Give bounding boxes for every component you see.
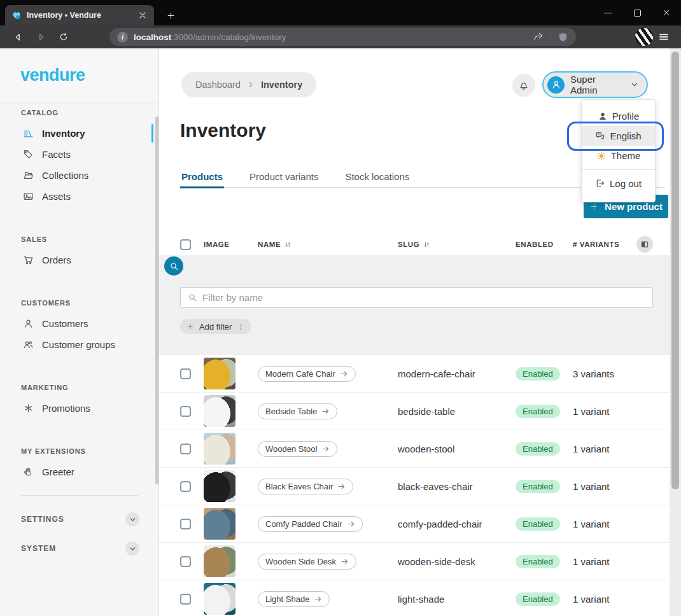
tab[interactable]: Product variants (248, 166, 319, 187)
browser-toolbar: i localhost:3000/admin/catalog/inventory (0, 25, 681, 48)
sidebar-group-label: SYSTEM (21, 544, 56, 553)
product-name-link[interactable]: Black Eaves Chair (258, 479, 353, 494)
expand-button[interactable] (125, 512, 139, 526)
row-checkbox[interactable] (180, 481, 191, 492)
expand-button[interactable] (125, 542, 139, 556)
sort-icon[interactable] (284, 241, 292, 249)
filter-by-name-input[interactable] (202, 292, 645, 303)
table-row[interactable]: Light Shade light-shade Enabled 1 varian… (159, 580, 670, 616)
product-slug: light-shade (398, 594, 516, 605)
user-menu-item[interactable]: Theme (582, 146, 655, 165)
row-checkbox[interactable] (180, 368, 191, 379)
vendure-logo[interactable]: vendure (0, 48, 158, 102)
reload-button[interactable] (52, 28, 75, 46)
close-button[interactable] (652, 0, 681, 25)
share-icon[interactable] (533, 31, 544, 43)
sidebar-item[interactable]: Collections (0, 165, 158, 186)
column-header-label: # VARIANTS (573, 241, 619, 248)
sidebar-scrollbar-thumb[interactable] (155, 116, 158, 484)
browser-tab[interactable]: Inventory • Vendure (5, 5, 154, 25)
sidebar-item-icon (23, 403, 34, 414)
user-menu-item[interactable]: English (582, 126, 655, 146)
table-row[interactable]: Wooden Stool wooden-stool Enabled 1 vari… (159, 430, 670, 468)
sort-icon[interactable] (423, 241, 431, 249)
more-options-icon[interactable] (237, 323, 245, 331)
forward-icon (36, 32, 46, 43)
row-checkbox[interactable] (180, 406, 191, 417)
notifications-button[interactable] (512, 74, 535, 97)
select-all-checkbox[interactable] (180, 239, 191, 250)
row-checkbox[interactable] (180, 594, 191, 605)
status-badge: Enabled (516, 480, 560, 493)
plus-icon (589, 202, 599, 211)
column-settings-button[interactable] (636, 236, 653, 253)
tab[interactable]: Stock locations (344, 166, 411, 187)
tab-label: Product variants (249, 171, 318, 182)
column-header[interactable]: ENABLED (516, 241, 573, 248)
column-header[interactable]: NAME (258, 241, 398, 249)
sidebar-item-label: Customer groups (42, 339, 115, 350)
product-slug: comfy-padded-chair (398, 519, 516, 529)
page-scrollbar-thumb[interactable] (671, 52, 679, 489)
sidebar-item-label: Assets (42, 191, 71, 202)
arrow-right-icon (340, 557, 349, 566)
product-name-link[interactable]: Light Shade (258, 591, 330, 607)
site-info-icon[interactable]: i (117, 32, 128, 43)
table-row[interactable]: Wooden Side Desk wooden-side-desk Enable… (159, 543, 670, 580)
user-menu-button[interactable]: Super Admin (542, 71, 648, 98)
column-header[interactable]: SLUG (398, 241, 516, 249)
row-checkbox[interactable] (180, 519, 191, 529)
sidebar-item[interactable]: Greeter (0, 461, 158, 482)
column-header[interactable]: IMAGE (204, 241, 258, 248)
forward-button[interactable] (29, 28, 52, 46)
sidebar-item[interactable]: Customer groups (0, 334, 158, 355)
sidebar-collapsible-group[interactable]: SETTINGS (0, 505, 158, 534)
breadcrumb-current[interactable]: Inventory (261, 80, 302, 90)
product-slug: modern-cafe-chair (398, 368, 516, 379)
browser-menu-button[interactable] (653, 28, 675, 46)
minimize-icon (604, 13, 612, 13)
status-badge: Enabled (516, 405, 560, 418)
new-tab-button[interactable] (162, 6, 179, 24)
search-toggle-button[interactable] (164, 256, 183, 276)
sidebar-item[interactable]: Inventory (0, 123, 158, 144)
user-menu-item[interactable]: Profile (582, 106, 655, 126)
sidebar-item[interactable]: Promotions (0, 398, 158, 419)
product-name-link[interactable]: Wooden Side Desk (258, 554, 356, 570)
product-name-link[interactable]: Comfy Padded Chair (258, 516, 363, 532)
sidebar-item[interactable]: Customers (0, 313, 158, 334)
product-name: Bedside Table (265, 407, 317, 416)
tab-close-icon[interactable] (137, 10, 148, 20)
product-table-body: Modern Cafe Chair modern-cafe-chair Enab… (159, 355, 670, 616)
table-row[interactable]: Bedside Table bedside-table Enabled 1 va… (159, 393, 670, 430)
sidebar-item[interactable]: Assets (0, 186, 158, 207)
table-row[interactable]: Modern Cafe Chair modern-cafe-chair Enab… (159, 355, 670, 393)
sidebar-item-icon (23, 255, 34, 265)
url-bar[interactable]: i localhost:3000/admin/catalog/inventory (109, 28, 576, 46)
table-row[interactable]: Comfy Padded Chair comfy-padded-chair En… (159, 505, 670, 543)
brave-shield-icon[interactable] (558, 32, 568, 43)
row-checkbox[interactable] (180, 444, 191, 454)
product-name-link[interactable]: Wooden Stool (258, 441, 337, 457)
sidebar-item-label: Greeter (42, 466, 74, 477)
sidebar-item[interactable]: Facets (0, 144, 158, 165)
url-host: localhost (134, 32, 171, 42)
add-filter-button[interactable]: Add filter (180, 319, 251, 334)
user-menu-item[interactable]: Log out (582, 169, 655, 193)
browser-profile-avatar[interactable] (635, 28, 653, 46)
table-row[interactable]: Black Eaves Chair black-eaves-chair Enab… (159, 468, 670, 505)
product-name-link[interactable]: Bedside Table (258, 403, 337, 419)
product-name-link[interactable]: Modern Cafe Chair (258, 366, 356, 382)
breadcrumb-dashboard-link[interactable]: Dashboard (195, 80, 241, 90)
plus-icon (186, 323, 194, 330)
row-checkbox[interactable] (180, 556, 191, 567)
sidebar-item[interactable]: Orders (0, 249, 158, 270)
tab[interactable]: Products (180, 166, 224, 187)
sidebar-collapsible-group[interactable]: SYSTEM (0, 534, 158, 563)
maximize-button[interactable] (622, 0, 652, 25)
menu-item-label: Log out (610, 178, 642, 189)
minimize-button[interactable] (593, 0, 622, 25)
column-header-label: SLUG (398, 241, 419, 248)
back-button[interactable] (6, 28, 29, 46)
chevron-down-icon (129, 515, 137, 524)
